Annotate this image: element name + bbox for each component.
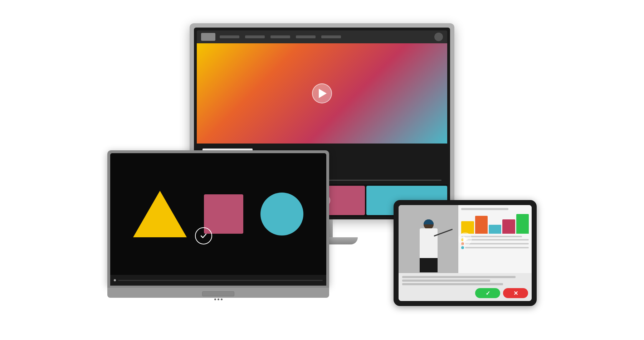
chart-legend-2 (461, 242, 529, 245)
indicator-dot-2 (218, 298, 219, 300)
presenter-area (399, 205, 458, 273)
chart-legend-line-2 (465, 243, 529, 244)
user-avatar[interactable] (434, 33, 443, 41)
checkmark-circle (195, 227, 212, 244)
progress-dot (114, 279, 116, 281)
chart-bar-3 (489, 225, 501, 234)
shape-square-container (204, 194, 243, 234)
laptop-base (107, 288, 329, 298)
tablet-text-lines (402, 276, 528, 285)
check-icon: ✓ (486, 290, 490, 297)
cancel-button[interactable]: ✕ (503, 288, 528, 298)
laptop-screen-frame (107, 150, 329, 286)
laptop-trackpad[interactable] (202, 291, 234, 296)
chart-legend-line-1 (465, 239, 529, 241)
shape-triangle (133, 191, 187, 237)
laptop-bottom-bar (110, 275, 326, 286)
chart-bar-2 (475, 216, 488, 234)
chart-legend-3 (461, 246, 529, 249)
indicator-dot-1 (214, 298, 216, 300)
nav-item-1[interactable] (220, 35, 239, 38)
hero-play-button[interactable] (312, 83, 332, 103)
chart-legend-line-3 (465, 247, 529, 248)
tablet-play-button[interactable] (459, 233, 472, 246)
play-icon (319, 89, 327, 98)
laptop (107, 150, 329, 302)
presenter-pants (420, 258, 438, 272)
scene: ▶ PLAY ℹ MORE INFO (107, 23, 537, 317)
toolbar-logo (201, 33, 215, 41)
presenter-body (420, 228, 438, 259)
laptop-screen-bezel (110, 153, 326, 286)
hero-banner (197, 43, 447, 144)
laptop-progress-line[interactable] (118, 280, 323, 281)
tablet-screen: ✓ ✕ (399, 205, 532, 301)
x-icon: ✕ (513, 290, 518, 297)
chart-bar-4 (502, 219, 515, 234)
tablet-frame: ✓ ✕ (394, 200, 537, 306)
tablet-text-line-3 (402, 283, 503, 285)
nav-item-2[interactable] (245, 35, 265, 38)
nav-item-4[interactable] (296, 35, 316, 38)
presenter-figure (414, 219, 443, 273)
checkmark-icon (200, 232, 208, 240)
nav-item-5[interactable] (321, 35, 341, 38)
confirm-button[interactable]: ✓ (475, 288, 500, 298)
monitor-toolbar (197, 30, 447, 43)
presenter-hair (424, 219, 434, 224)
tablet-video-area (399, 205, 532, 273)
laptop-screen-content (110, 153, 326, 275)
presenter-pointer (434, 229, 453, 237)
laptop-indicator-dots (107, 298, 329, 302)
chart-bars (461, 212, 529, 234)
tablet-action-buttons: ✓ ✕ (402, 288, 528, 298)
nav-item-3[interactable] (270, 35, 290, 38)
tablet-play-icon (463, 236, 468, 242)
chart-title-line (461, 208, 508, 210)
chart-bar-1 (461, 221, 474, 234)
shape-circle (260, 193, 303, 235)
tablet: ✓ ✕ (394, 200, 537, 306)
tablet-info-bar: ✓ ✕ (399, 273, 532, 301)
tablet-text-line-2 (402, 280, 490, 282)
legend-dot-3 (461, 246, 464, 249)
toolbar-nav (220, 35, 430, 38)
shape-square (204, 194, 243, 234)
indicator-dot-3 (221, 298, 223, 300)
tablet-text-line-1 (402, 276, 516, 278)
chart-bar-5 (516, 214, 529, 234)
